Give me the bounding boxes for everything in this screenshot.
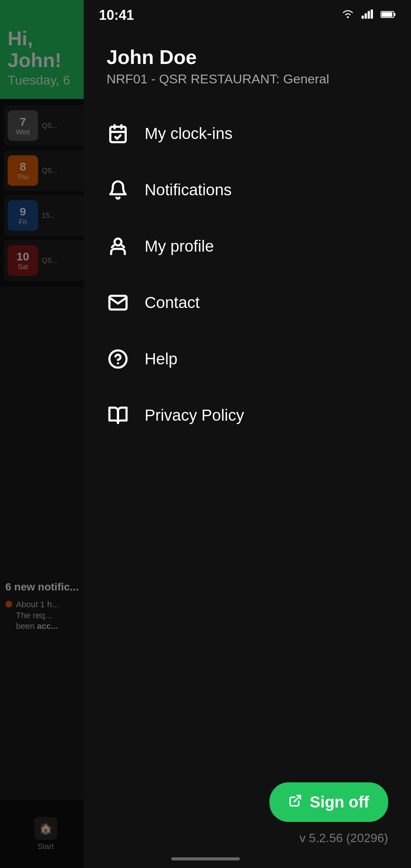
svg-line-13: [112, 246, 114, 247]
book-icon: [107, 404, 129, 427]
menu-label-contact: Contact: [145, 294, 200, 312]
svg-rect-1: [362, 16, 364, 19]
svg-line-17: [294, 795, 301, 802]
svg-rect-7: [382, 12, 392, 17]
svg-rect-2: [365, 13, 367, 19]
svg-rect-3: [368, 11, 370, 19]
svg-line-14: [122, 246, 124, 247]
svg-point-12: [115, 239, 121, 246]
menu-label-privacy-policy: Privacy Policy: [145, 406, 244, 424]
profile-subtitle: NRF01 - QSR RESTAURANT: General: [107, 72, 388, 86]
menu-label-help: Help: [145, 350, 177, 368]
help-circle-icon: [107, 348, 129, 370]
status-icons: [341, 9, 396, 22]
menu-item-my-clock-ins[interactable]: My clock-ins: [84, 105, 411, 162]
status-bar: 10:41: [84, 0, 411, 30]
envelope-icon: [107, 291, 129, 314]
drawer-overlay[interactable]: [0, 0, 91, 868]
svg-rect-8: [110, 127, 126, 142]
wifi-icon: [341, 9, 355, 22]
svg-point-0: [347, 16, 349, 18]
clock-icon: [107, 122, 129, 145]
menu-item-notifications[interactable]: Notifications: [84, 162, 411, 218]
signal-icon: [361, 9, 374, 22]
status-time: 10:41: [99, 7, 134, 23]
battery-icon: [381, 9, 396, 21]
menu-item-my-profile[interactable]: My profile: [84, 218, 411, 274]
home-indicator: [171, 857, 240, 860]
svg-rect-6: [394, 13, 395, 16]
menu-label-my-profile: My profile: [145, 237, 214, 255]
version-text: v 5.2.56 (20296): [299, 831, 388, 845]
svg-rect-4: [371, 10, 373, 19]
sign-off-label: Sign off: [310, 793, 369, 811]
menu-item-privacy-policy[interactable]: Privacy Policy: [84, 387, 411, 444]
drawer-panel: 10:41: [84, 0, 411, 868]
menu-item-contact[interactable]: Contact: [84, 274, 411, 331]
menu-item-help[interactable]: Help: [84, 331, 411, 387]
menu-list: My clock-ins Notifications: [84, 105, 411, 444]
menu-label-notifications: Notifications: [145, 181, 232, 199]
profile-name: John Doe: [107, 46, 388, 69]
menu-label-my-clock-ins: My clock-ins: [145, 124, 233, 143]
person-icon: [107, 235, 129, 258]
profile-section: John Doe NRF01 - QSR RESTAURANT: General: [84, 30, 411, 98]
bell-icon: [107, 179, 129, 201]
drawer-bottom: Sign off v 5.2.56 (20296): [84, 767, 411, 868]
sign-off-button[interactable]: Sign off: [269, 782, 388, 822]
external-link-icon: [288, 794, 302, 811]
